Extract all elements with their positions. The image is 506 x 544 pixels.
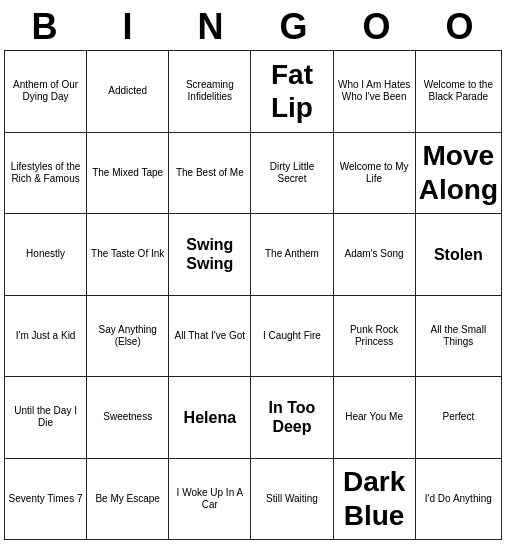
bingo-cell: The Taste Of Ink [87,214,169,296]
title-letter: B [4,6,87,48]
bingo-cell: Dirty Little Secret [251,133,333,215]
bingo-cell: Welcome to My Life [334,133,416,215]
bingo-cell: Be My Escape [87,459,169,541]
bingo-cell: Addicted [87,51,169,133]
bingo-cell: All That I've Got [169,296,251,378]
bingo-cell: Adam's Song [334,214,416,296]
bingo-cell: Lifestyles of the Rich & Famous [5,133,87,215]
bingo-cell: Dark Blue [334,459,416,541]
bingo-cell: Still Waiting [251,459,333,541]
title-letter: O [336,6,419,48]
bingo-cell: Perfect [416,377,502,459]
bingo-cell: Hear You Me [334,377,416,459]
bingo-cell: I'm Just a Kid [5,296,87,378]
bingo-title: BINGOO [4,4,502,50]
bingo-cell: Fat Lip [251,51,333,133]
bingo-cell: Stolen [416,214,502,296]
title-letter: N [170,6,253,48]
bingo-cell: In Too Deep [251,377,333,459]
bingo-cell: The Best of Me [169,133,251,215]
title-letter: O [419,6,502,48]
title-letter: I [87,6,170,48]
bingo-cell: The Mixed Tape [87,133,169,215]
bingo-cell: All the Small Things [416,296,502,378]
bingo-cell: I'd Do Anything [416,459,502,541]
bingo-cell: Sweetness [87,377,169,459]
bingo-cell: Seventy Times 7 [5,459,87,541]
bingo-cell: The Anthem [251,214,333,296]
bingo-cell: Who I Am Hates Who I've Been [334,51,416,133]
bingo-cell: Until the Day I Die [5,377,87,459]
bingo-cell: I Woke Up In A Car [169,459,251,541]
bingo-cell: Screaming Infidelities [169,51,251,133]
bingo-cell: Swing Swing [169,214,251,296]
bingo-cell: Anthem of Our Dying Day [5,51,87,133]
bingo-cell: Move Along [416,133,502,215]
bingo-cell: Punk Rock Princess [334,296,416,378]
bingo-grid: Anthem of Our Dying DayAddictedScreaming… [4,50,502,540]
bingo-cell: Helena [169,377,251,459]
bingo-cell: Say Anything (Else) [87,296,169,378]
title-letter: G [253,6,336,48]
bingo-cell: Welcome to the Black Parade [416,51,502,133]
bingo-cell: I Caught Fire [251,296,333,378]
bingo-cell: Honestly [5,214,87,296]
